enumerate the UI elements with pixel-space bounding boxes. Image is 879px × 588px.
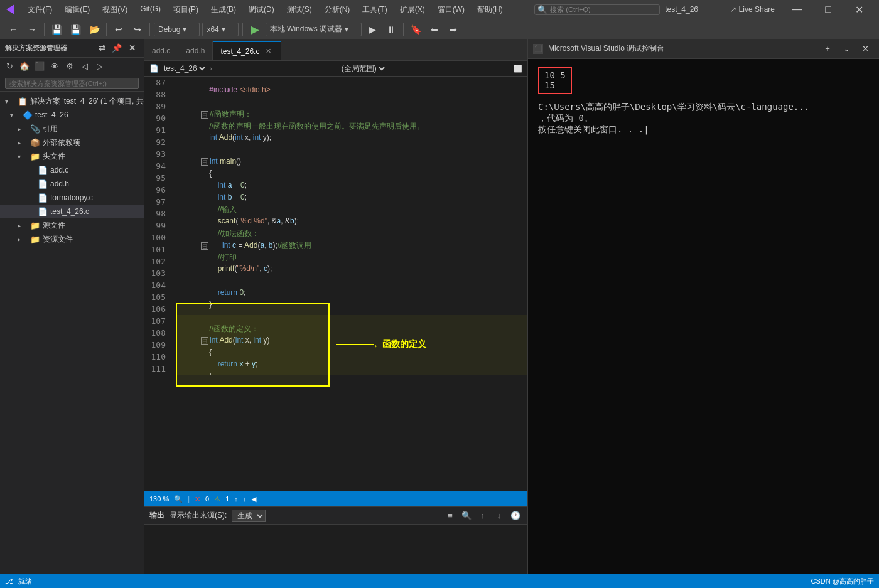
collapse-all-btn[interactable]: ⬛ (33, 60, 46, 73)
redo-btn[interactable]: ↪ (129, 21, 146, 38)
sources-folder-icon: 📁 (30, 221, 40, 230)
tab-test-main[interactable]: test_4_26.c ✕ (213, 41, 281, 60)
console-title: Microsoft Visual Studio 调试控制台 (548, 43, 814, 54)
close-button[interactable]: ✕ (845, 0, 874, 19)
warning-count: 1 (225, 495, 229, 503)
solution-label: 解决方案 'test_4_26' (1 个项目, 共 (30, 96, 144, 107)
sidebar-search-input[interactable] (5, 78, 139, 89)
menu-build[interactable]: 生成(B) (206, 3, 241, 16)
console-add-tab-btn[interactable]: + (819, 42, 836, 56)
split-editor-icon[interactable]: ⬜ (514, 65, 522, 73)
save-all-btn[interactable]: 💾 (48, 21, 65, 38)
show-all-btn[interactable]: 👁 (48, 60, 62, 73)
tab-add-c[interactable]: add.c (144, 41, 178, 60)
menu-extensions[interactable]: 扩展(X) (395, 3, 430, 16)
title-text: test_4_26 (665, 5, 698, 14)
nav-up-btn[interactable]: ↑ (234, 495, 238, 503)
code-line-87: #include <stdio.h> (176, 77, 527, 88)
breadcrumb-file-select[interactable]: test_4_26 (161, 63, 207, 73)
status-bar: ⎇ 就绪 CSDN @高高的胖子 (0, 574, 879, 588)
tree-item-add-c[interactable]: 📄 add.c (0, 163, 144, 177)
platform-dropdown[interactable]: x64 ▾ (202, 23, 238, 36)
menu-analyze[interactable]: 分析(N) (320, 3, 355, 16)
code-content[interactable]: #include <stdio.h> ⊟//函数声明： //函数的声明一般出现在… (171, 77, 527, 375)
menu-file[interactable]: 文件(F) (23, 3, 57, 16)
fold-93[interactable]: ⊟ (201, 158, 208, 166)
console-more-btn[interactable]: ⌄ (838, 42, 855, 56)
debug-config-dropdown[interactable]: Debug ▾ (154, 23, 200, 36)
filter-btn[interactable]: 🏠 (18, 60, 31, 73)
output-source-select[interactable]: 生成 (232, 510, 266, 522)
zoom-icon[interactable]: 🔍 (174, 495, 183, 503)
tree-item-test-main[interactable]: 📄 test_4_26.c (0, 205, 144, 218)
tree-item-formatcopy[interactable]: 📄 formatcopy.c (0, 191, 144, 205)
menu-window[interactable]: 窗口(W) (433, 3, 470, 16)
output-wrap-btn[interactable]: ≡ (443, 509, 457, 523)
props-btn[interactable]: ⚙ (63, 60, 77, 73)
formatcopy-icon: 📄 (38, 193, 48, 203)
minimize-button[interactable]: — (782, 0, 811, 19)
back-btn[interactable]: ← (5, 21, 21, 38)
run-config-dropdown[interactable]: 本地 Windows 调试器 ▾ (266, 23, 362, 36)
menu-view[interactable]: 视图(V) (97, 3, 132, 16)
sidebar-close-btn[interactable]: ✕ (125, 41, 139, 55)
live-share-btn[interactable]: ↗ Live Share (725, 4, 780, 15)
sidebar-sync-btn[interactable]: ⇄ (95, 41, 109, 55)
nav-fwd-btn[interactable]: ➡ (445, 21, 461, 38)
refresh-btn[interactable]: ↻ (3, 60, 16, 73)
output-find-btn[interactable]: 🔍 (460, 509, 473, 523)
maximize-button[interactable]: □ (814, 0, 843, 19)
tree-item-refs[interactable]: ▸ 📎 引用 (0, 122, 144, 136)
project-label: test_4_26 (35, 110, 68, 119)
title-bar-left: 文件(F) 编辑(E) 视图(V) Git(G) 项目(P) 生成(B) 调试(… (5, 3, 508, 16)
nav-list-btn[interactable]: ◀ (251, 495, 256, 503)
fold-108[interactable]: ⊟ (201, 337, 208, 345)
pause-btn[interactable]: ⏸ (383, 21, 399, 38)
title-bar: 文件(F) 编辑(E) 视图(V) Git(G) 项目(P) 生成(B) 调试(… (0, 0, 879, 19)
menu-tools[interactable]: 工具(T) (357, 3, 392, 16)
next-btn[interactable]: ▷ (93, 60, 107, 73)
live-share-label: Live Share (739, 5, 775, 14)
tree-item-ext-deps[interactable]: ▸ 📦 外部依赖项 (0, 136, 144, 149)
fold-100[interactable]: ⊟ (201, 242, 208, 250)
expand-icon: ▾ (5, 98, 15, 105)
menu-project[interactable]: 项目(P) (168, 3, 203, 16)
undo-btn[interactable]: ↩ (111, 21, 127, 38)
tab-add-h[interactable]: add.h (178, 41, 213, 60)
sidebar: 解决方案资源管理器 ⇄ 📌 ✕ ↻ 🏠 ⬛ 👁 ⚙ ◁ ▷ ▾ 📋 解决方案 '… (0, 39, 144, 588)
output-clock-btn[interactable]: 🕐 (509, 509, 522, 523)
output-down-btn[interactable]: ↓ (492, 509, 506, 523)
menu-edit[interactable]: 编辑(E) (60, 3, 95, 16)
save-btn[interactable]: 💾 (67, 21, 84, 38)
step-continue-btn[interactable]: ▶ (364, 21, 380, 38)
forward-btn[interactable]: → (24, 21, 40, 38)
console-icon: ⬛ (533, 44, 543, 54)
prev-btn[interactable]: ◁ (78, 60, 92, 73)
output-header: 输出 显示输出来源(S): 生成 ≡ 🔍 ↑ ↓ 🕐 (144, 507, 527, 525)
menu-debug[interactable]: 调试(D) (244, 3, 279, 16)
tree-item-resources[interactable]: ▸ 📁 资源文件 (0, 232, 144, 246)
console-close-btn[interactable]: ✕ (856, 42, 874, 56)
nav-btn[interactable]: ⬅ (426, 21, 443, 38)
nav-down-btn[interactable]: ↓ (243, 495, 247, 503)
output-up-btn[interactable]: ↑ (476, 509, 490, 523)
sidebar-pin-btn[interactable]: 📌 (110, 41, 124, 55)
search-placeholder: 搜索 (Ctrl+Q) (550, 5, 590, 14)
open-btn[interactable]: 📂 (86, 21, 102, 38)
fold-89[interactable]: ⊟ (201, 111, 208, 119)
tab-close-test[interactable]: ✕ (263, 46, 273, 56)
run-btn[interactable]: ▶ (247, 21, 263, 38)
tree-item-project[interactable]: ▾ 🔷 test_4_26 (0, 108, 144, 122)
breadcrumb-scope-select[interactable]: (全局范围) (339, 63, 387, 73)
code-line-93: ⊟int main() (176, 148, 527, 160)
tree-item-headers[interactable]: ▾ 📁 头文件 (0, 149, 144, 163)
bookmark-btn[interactable]: 🔖 (407, 21, 424, 38)
tree-item-solution[interactable]: ▾ 📋 解决方案 'test_4_26' (1 个项目, 共 (0, 94, 144, 108)
sources-label: 源文件 (43, 220, 65, 231)
tree-item-sources[interactable]: ▸ 📁 源文件 (0, 218, 144, 232)
error-count: 0 (205, 495, 209, 503)
menu-git[interactable]: Git(G) (135, 3, 166, 16)
menu-test[interactable]: 测试(S) (282, 3, 317, 16)
menu-help[interactable]: 帮助(H) (472, 3, 508, 16)
tree-item-add-h[interactable]: 📄 add.h (0, 177, 144, 191)
